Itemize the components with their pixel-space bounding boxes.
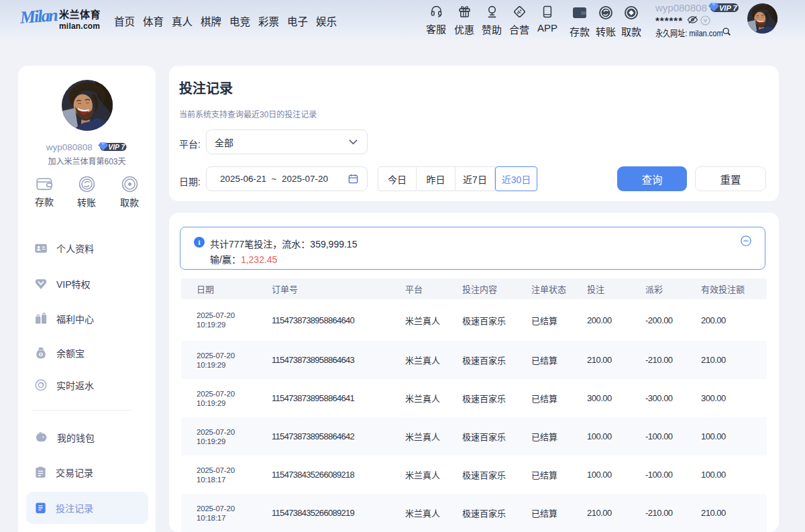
svg-text:VIP 7: VIP 7: [109, 144, 126, 151]
svg-text:VIP 7: VIP 7: [719, 4, 737, 12]
